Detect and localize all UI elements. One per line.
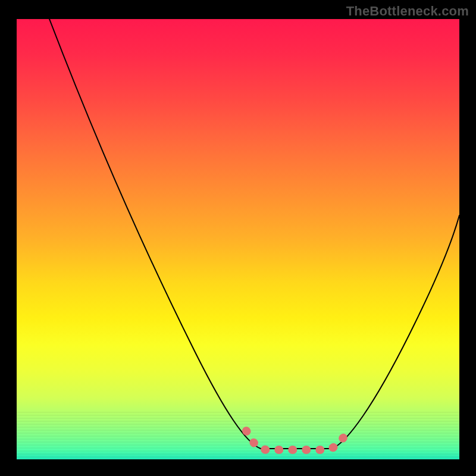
- flat-minimum-highlight: [246, 431, 347, 450]
- watermark-text: TheBottleneck.com: [346, 4, 469, 19]
- bottleneck-curve: [49, 19, 459, 449]
- curve-layer: [17, 19, 459, 459]
- chart-stage: TheBottleneck.com: [0, 0, 476, 476]
- plot-area: [17, 19, 459, 459]
